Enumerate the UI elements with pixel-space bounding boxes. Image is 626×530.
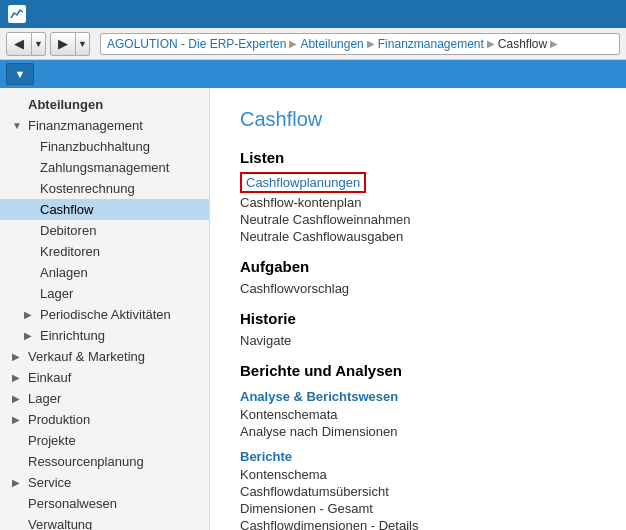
expand-icon: ▶: [12, 414, 24, 425]
expand-icon: ▶: [12, 477, 24, 488]
back-button[interactable]: ◀: [6, 32, 32, 56]
sidebar-item-finanzbuchhaltung[interactable]: Finanzbuchhaltung: [0, 136, 209, 157]
sidebar-item-produktion[interactable]: ▶ Produktion: [0, 409, 209, 430]
section-historie: Historie: [240, 310, 596, 327]
sidebar-label: Ressourcenplanung: [28, 454, 144, 469]
sidebar: Abteilungen ▼ Finanzmanagement Finanzbuc…: [0, 88, 210, 530]
sidebar-label: Personalwesen: [28, 496, 117, 511]
breadcrumb-sep-3: ▶: [487, 38, 495, 49]
sidebar-item-personalwesen[interactable]: Personalwesen: [0, 493, 209, 514]
sidebar-item-anlagen[interactable]: Anlagen: [0, 262, 209, 283]
expand-icon: ▼: [12, 120, 24, 131]
link-dimensionen-gesamt[interactable]: Dimensionen - Gesamt: [240, 501, 596, 516]
title-bar: [0, 0, 626, 28]
sidebar-label: Lager: [28, 391, 61, 406]
expand-icon: ▶: [12, 372, 24, 383]
link-neutrale-einnahmen[interactable]: Neutrale Cashfloweinnahmen: [240, 212, 596, 227]
sidebar-label: Kreditoren: [40, 244, 100, 259]
section-aufgaben: Aufgaben: [240, 258, 596, 275]
link-cashflowvorschlag[interactable]: Cashflowvorschlag: [240, 281, 596, 296]
link-cashflowplanungen[interactable]: Cashflowplanungen: [240, 172, 366, 193]
link-kontenschemata[interactable]: Kontenschemata: [240, 407, 596, 422]
sidebar-item-projekte[interactable]: Projekte: [0, 430, 209, 451]
breadcrumb-end: ▶: [550, 38, 558, 49]
sidebar-item-kostenrechnung[interactable]: Kostenrechnung: [0, 178, 209, 199]
sidebar-label: Debitoren: [40, 223, 96, 238]
expand-icon: ▶: [12, 351, 24, 362]
toolbar-dropdown-button[interactable]: ▼: [6, 63, 34, 85]
forward-button-group[interactable]: ▶ ▼: [50, 32, 90, 56]
app-icon: [8, 5, 26, 23]
sidebar-label: Verkauf & Marketing: [28, 349, 145, 364]
sidebar-label: Produktion: [28, 412, 90, 427]
sidebar-label: Einkauf: [28, 370, 71, 385]
link-cashflowdimensionen[interactable]: Cashflowdimensionen - Details: [240, 518, 596, 530]
link-kontenschema[interactable]: Kontenschema: [240, 467, 596, 482]
expand-icon: ▶: [24, 330, 36, 341]
sidebar-item-lager[interactable]: ▶ Lager: [0, 388, 209, 409]
section-listen: Listen: [240, 149, 596, 166]
forward-dropdown[interactable]: ▼: [76, 32, 90, 56]
sidebar-label: Abteilungen: [28, 97, 103, 112]
sidebar-item-zahlungsmanagement[interactable]: Zahlungsmanagement: [0, 157, 209, 178]
sidebar-item-periodische[interactable]: ▶ Periodische Aktivitäten: [0, 304, 209, 325]
main-content: Abteilungen ▼ Finanzmanagement Finanzbuc…: [0, 88, 626, 530]
sidebar-label: Kostenrechnung: [40, 181, 135, 196]
sidebar-label: Periodische Aktivitäten: [40, 307, 171, 322]
breadcrumb-home[interactable]: AGOLUTION - Die ERP-Experten: [107, 37, 286, 51]
sidebar-label: Projekte: [28, 433, 76, 448]
sidebar-label: Finanzbuchhaltung: [40, 139, 150, 154]
expand-icon: ▶: [12, 393, 24, 404]
blue-toolbar: ▼: [0, 60, 626, 88]
subheading-berichte[interactable]: Berichte: [240, 449, 596, 464]
sidebar-label: Lager: [40, 286, 73, 301]
back-dropdown[interactable]: ▼: [32, 32, 46, 56]
back-button-group[interactable]: ◀ ▼: [6, 32, 46, 56]
sidebar-label: Verwaltung: [28, 517, 92, 530]
sidebar-item-verkauf[interactable]: ▶ Verkauf & Marketing: [0, 346, 209, 367]
sidebar-label: Einrichtung: [40, 328, 105, 343]
sidebar-item-debitoren[interactable]: Debitoren: [0, 220, 209, 241]
link-cashflow-kontenplan[interactable]: Cashflow-kontenplan: [240, 195, 596, 210]
forward-button[interactable]: ▶: [50, 32, 76, 56]
sidebar-item-kreditoren[interactable]: Kreditoren: [0, 241, 209, 262]
sidebar-item-finanzmanagement[interactable]: ▼ Finanzmanagement: [0, 115, 209, 136]
breadcrumb-sep-1: ▶: [289, 38, 297, 49]
sidebar-item-verwaltung[interactable]: Verwaltung: [0, 514, 209, 530]
breadcrumb-finanzmanagement[interactable]: Finanzmanagement: [378, 37, 484, 51]
breadcrumb-sep-2: ▶: [367, 38, 375, 49]
sidebar-item-abteilungen[interactable]: Abteilungen: [0, 94, 209, 115]
sidebar-label: Finanzmanagement: [28, 118, 143, 133]
breadcrumb: AGOLUTION - Die ERP-Experten ▶ Abteilung…: [100, 33, 620, 55]
sidebar-item-einrichtung[interactable]: ▶ Einrichtung: [0, 325, 209, 346]
content-area: Cashflow Listen Cashflowplanungen Cashfl…: [210, 88, 626, 530]
sidebar-label: Zahlungsmanagement: [40, 160, 169, 175]
subheading-analyse[interactable]: Analyse & Berichtswesen: [240, 389, 596, 404]
section-berichte: Berichte und Analysen: [240, 362, 596, 379]
sidebar-item-einkauf[interactable]: ▶ Einkauf: [0, 367, 209, 388]
nav-bar: ◀ ▼ ▶ ▼ AGOLUTION - Die ERP-Experten ▶ A…: [0, 28, 626, 60]
link-cashflowdatumsuebersicht[interactable]: Cashflowdatumsübersicht: [240, 484, 596, 499]
page-title: Cashflow: [240, 108, 596, 131]
link-navigate[interactable]: Navigate: [240, 333, 596, 348]
sidebar-label: Service: [28, 475, 71, 490]
sidebar-label: Anlagen: [40, 265, 88, 280]
expand-icon: ▶: [24, 309, 36, 320]
sidebar-label: Cashflow: [40, 202, 93, 217]
sidebar-item-cashflow[interactable]: Cashflow: [0, 199, 209, 220]
sidebar-item-lager-sub[interactable]: Lager: [0, 283, 209, 304]
sidebar-item-ressourcenplanung[interactable]: Ressourcenplanung: [0, 451, 209, 472]
sidebar-item-service[interactable]: ▶ Service: [0, 472, 209, 493]
link-neutrale-ausgaben[interactable]: Neutrale Cashflowausgaben: [240, 229, 596, 244]
breadcrumb-abteilungen[interactable]: Abteilungen: [300, 37, 363, 51]
link-analyse-dimensionen[interactable]: Analyse nach Dimensionen: [240, 424, 596, 439]
breadcrumb-current: Cashflow: [498, 37, 547, 51]
